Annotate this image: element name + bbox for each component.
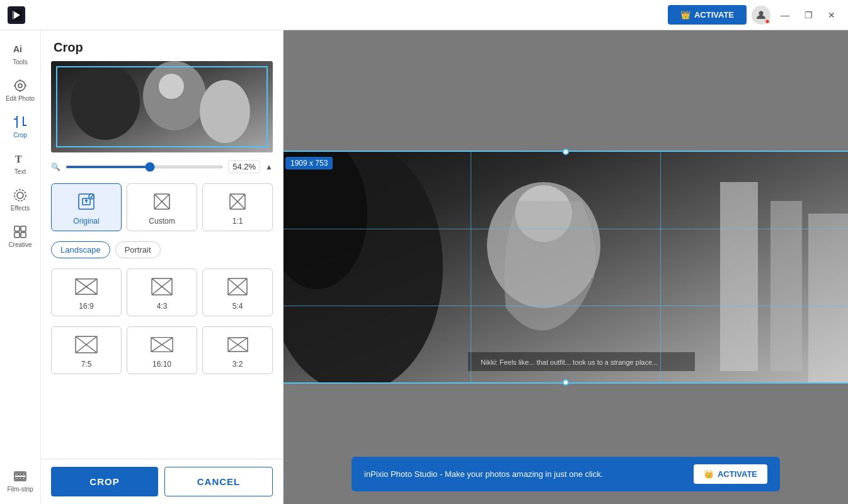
edit-photo-icon — [13, 78, 28, 93]
minimize-button[interactable]: — — [776, 8, 794, 23]
svg-rect-2 — [12, 11, 14, 20]
canvas-image: Nikki: Feels like... that outfit... took… — [284, 151, 848, 384]
promo-activate-label: ACTIVATE — [718, 469, 757, 479]
portrait-button[interactable]: Portrait — [115, 241, 161, 258]
ratio-1-1-label: 1:1 — [232, 217, 243, 226]
zoom-out-icon: 🔍 — [51, 163, 60, 171]
aspect-custom[interactable]: Custom — [127, 183, 197, 231]
svg-text:Ai: Ai — [13, 44, 22, 54]
svg-point-13 — [17, 192, 23, 198]
svg-text:T: T — [15, 154, 22, 164]
ratio-3-2-icon — [226, 333, 249, 356]
aspect-original[interactable]: Original — [51, 183, 122, 231]
svg-rect-19 — [16, 473, 18, 475]
notification-dot — [765, 19, 770, 24]
sidebar-item-creative[interactable]: Creative — [3, 219, 38, 253]
ai-tools-icon: Ai — [13, 42, 28, 57]
svg-point-6 — [18, 84, 22, 88]
activate-button[interactable]: 👑 ACTIVATE — [668, 5, 747, 25]
titlebar-right: 👑 ACTIVATE — ❐ ✕ — [668, 5, 840, 25]
close-button[interactable]: ✕ — [823, 8, 840, 23]
orientation-row: Landscape Portrait — [51, 241, 273, 258]
crop-icon — [13, 115, 28, 130]
aspect-1-1[interactable]: 1:1 — [202, 183, 273, 231]
aspect-16-10[interactable]: 16:10 — [127, 326, 197, 374]
aspect-ratio-grid-1: 16:9 4:3 — [51, 268, 273, 316]
ratio-3-2-label: 3:2 — [232, 360, 243, 369]
zoom-up-button[interactable]: ▲ — [265, 163, 273, 171]
zoom-row: 🔍 54.2% ▲ — [51, 160, 273, 173]
promo-activate-button[interactable]: 👑 ACTIVATE — [694, 464, 767, 484]
svg-rect-16 — [14, 232, 20, 238]
aspect-5-4[interactable]: 5:4 — [202, 268, 273, 316]
svg-rect-64 — [808, 214, 848, 384]
crop-container: Nikki: Feels like... that outfit... took… — [284, 151, 848, 384]
ratio-7-5-label: 7:5 — [81, 360, 92, 369]
preview-container — [51, 61, 273, 152]
svg-text:Nikki: Feels like... that outf: Nikki: Feels like... that outfit... took… — [481, 358, 658, 366]
svg-point-12 — [14, 190, 26, 201]
landscape-button[interactable]: Landscape — [51, 241, 110, 258]
text-icon: T — [13, 151, 28, 166]
svg-rect-17 — [21, 232, 26, 238]
activate-label: ACTIVATE — [694, 10, 734, 20]
aspect-4-3[interactable]: 4:3 — [127, 268, 197, 316]
sidebar-item-edit-photo[interactable]: Edit Photo — [3, 73, 38, 107]
ratio-16-9-label: 16:9 — [79, 302, 93, 311]
crop-button[interactable]: CROP — [51, 467, 158, 496]
custom-icon-box — [151, 190, 173, 213]
user-avatar[interactable] — [752, 6, 771, 25]
app-logo — [8, 6, 25, 24]
sidebar-item-effects[interactable]: Effects — [3, 183, 38, 217]
custom-label: Custom — [149, 217, 175, 226]
text-label: Text — [14, 168, 26, 175]
crop-label: Crop — [13, 132, 27, 139]
ai-tools-label: Tools — [13, 59, 27, 66]
creative-icon — [13, 224, 28, 239]
svg-rect-23 — [19, 478, 21, 479]
svg-rect-14 — [14, 226, 20, 231]
ratio-16-10-icon — [151, 333, 173, 356]
aspect-3-2[interactable]: 3:2 — [202, 326, 273, 374]
cancel-button[interactable]: CANCEL — [164, 467, 273, 496]
promo-crown-icon: 👑 — [704, 469, 714, 479]
aspect-16-9[interactable]: 16:9 — [51, 268, 122, 316]
ratio-1-1-icon-box — [226, 190, 249, 213]
svg-rect-21 — [22, 473, 25, 475]
restore-button[interactable]: ❐ — [799, 8, 818, 23]
svg-rect-24 — [22, 478, 25, 479]
creative-label: Creative — [8, 241, 32, 248]
svg-rect-20 — [19, 473, 21, 475]
promo-text: inPixio Photo Studio - Make your photos … — [364, 469, 603, 479]
ratio-16-10-label: 16:10 — [152, 360, 171, 369]
sidebar-item-ai-tools[interactable]: Ai Tools — [3, 37, 38, 71]
svg-point-5 — [15, 81, 25, 91]
aspect-ratio-grid-2: 7:5 16:10 — [51, 326, 273, 374]
zoom-value-display: 54.2% — [228, 160, 260, 173]
titlebar: 👑 ACTIVATE — ❐ ✕ — [0, 0, 848, 30]
preview-crop-overlay — [56, 66, 268, 147]
sidebar-item-crop[interactable]: Crop — [3, 110, 38, 144]
svg-rect-22 — [16, 478, 18, 479]
ratio-4-3-label: 4:3 — [157, 302, 168, 311]
sidebar-item-film-strip[interactable]: Film-strip — [3, 464, 38, 498]
canvas-area: Nikki: Feels like... that outfit... took… — [284, 30, 848, 504]
aspect-ratio-top-grid: Original Custom — [51, 183, 273, 231]
film-strip-label: Film-strip — [7, 486, 33, 493]
panel-title: Crop — [41, 30, 283, 61]
main-layout: Ai Tools Edit Photo — [0, 30, 848, 504]
aspect-7-5[interactable]: 7:5 — [51, 326, 122, 374]
ratio-7-5-icon — [75, 333, 98, 356]
sidebar-item-text[interactable]: T Text — [3, 146, 38, 180]
original-icon-box — [75, 190, 98, 213]
ratio-5-4-icon — [226, 275, 249, 298]
ratio-16-9-icon — [75, 275, 98, 298]
icon-sidebar: Ai Tools Edit Photo — [0, 30, 41, 504]
edit-photo-label: Edit Photo — [6, 95, 35, 102]
panel-content: 🔍 54.2% ▲ — [41, 61, 283, 459]
zoom-slider[interactable] — [66, 166, 223, 168]
ratio-5-4-label: 5:4 — [232, 302, 243, 311]
panel-footer: CROP CANCEL — [41, 459, 283, 504]
svg-rect-63 — [771, 201, 802, 371]
crown-icon: 👑 — [680, 10, 690, 20]
